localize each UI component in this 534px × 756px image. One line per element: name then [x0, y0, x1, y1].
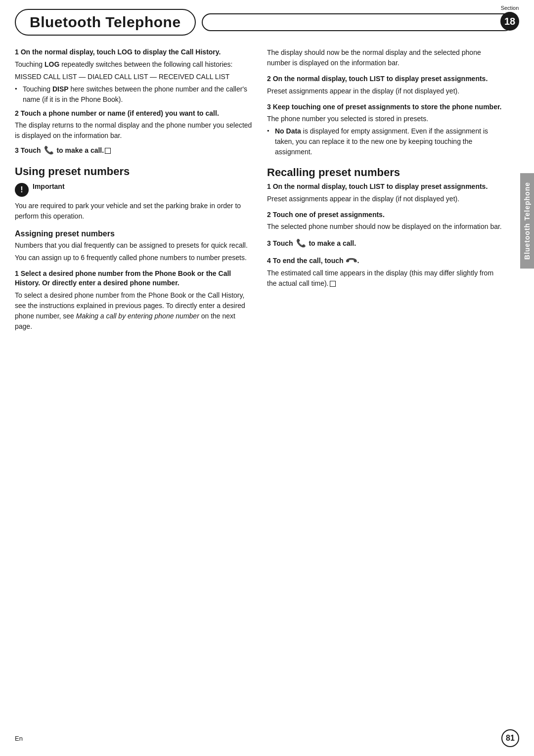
right-body1: The display should now be the normal dis… [267, 47, 504, 68]
recall-step1-heading: 1 On the normal display, touch LIST to d… [267, 182, 504, 192]
page-number: 81 [501, 729, 519, 747]
using-preset-heading: Using preset numbers [15, 165, 252, 178]
right-step3-body: The phone number you selected is stored … [267, 114, 504, 124]
step2-heading: 2 Touch a phone number or name (if enter… [15, 109, 252, 119]
right-step2-heading: 2 On the normal display, touch LIST to d… [267, 74, 504, 84]
right-step2-body: Preset assignments appear in the display… [267, 86, 504, 96]
left-column: 1 On the normal display, touch LOG to di… [15, 47, 252, 747]
assigning-body1: Numbers that you dial frequently can be … [15, 240, 252, 251]
recall-step1-body: Preset assignments appear in the display… [267, 194, 504, 204]
section-number: 18 [500, 12, 519, 31]
footer-page: 81 [501, 729, 519, 747]
important-icon: ! [15, 183, 29, 197]
recall-step3-heading: 3 Touch 📞 to make a call. [267, 238, 504, 249]
recall-step2-heading: 2 Touch one of preset assignments. [267, 210, 504, 220]
page-title: Bluetooth Telephone [30, 14, 181, 31]
assign-step1-body: To select a desired phone number from th… [15, 290, 252, 332]
phone-call-icon: 📞 [44, 145, 54, 156]
header-line-box [202, 13, 513, 31]
right-column: The display should now be the normal dis… [267, 47, 504, 747]
important-content: Important [33, 182, 65, 190]
step1-heading: 1 On the normal display, touch LOG to di… [15, 47, 252, 57]
right-bullet: No Data is displayed for empty assignmen… [267, 126, 504, 157]
end-call-icon: 📞 [344, 253, 358, 268]
step2-body: The display returns to the normal displa… [15, 120, 252, 141]
assign-step1-heading: 1 Select a desired phone number from the… [15, 269, 252, 288]
side-tab: Bluetooth Telephone [520, 173, 534, 268]
recall-step4-heading: 4 To end the call, touch 📞. [267, 255, 504, 266]
phone-call-icon-2: 📞 [296, 238, 306, 249]
title-box: Bluetooth Telephone [15, 9, 196, 36]
section-badge: Section 18 [500, 5, 519, 31]
right-step3-heading: 3 Keep touching one of preset assignment… [267, 102, 504, 112]
step1-list: MISSED CALL LIST — DIALED CALL LIST — RE… [15, 72, 252, 82]
assigning-heading: Assigning preset numbers [15, 229, 252, 238]
recalling-heading: Recalling preset numbers [267, 166, 504, 179]
important-box: ! Important [15, 182, 252, 197]
section-label: Section [501, 5, 519, 11]
assigning-body2: You can assign up to 6 frequently called… [15, 253, 252, 263]
main-content: 1 On the normal display, touch LOG to di… [0, 36, 534, 747]
page-header: Bluetooth Telephone Section 18 [0, 0, 534, 36]
step1-body1: Touching LOG repeatedly switches between… [15, 59, 252, 70]
important-body: You are required to park your vehicle an… [15, 201, 252, 222]
footer-lang: En [15, 735, 23, 742]
recall-step4-body: The estimated call time appears in the d… [267, 268, 504, 289]
important-label: Important [33, 182, 65, 190]
square-icon-2 [330, 281, 336, 287]
square-icon [105, 148, 111, 154]
step1-bullet: Touching DISP here switches between the … [15, 84, 252, 105]
footer: En 81 [0, 729, 534, 747]
step3-heading: 3 Touch 📞 to make a call. [15, 145, 252, 156]
recall-step2-body: The selected phone number should now be … [267, 222, 504, 232]
